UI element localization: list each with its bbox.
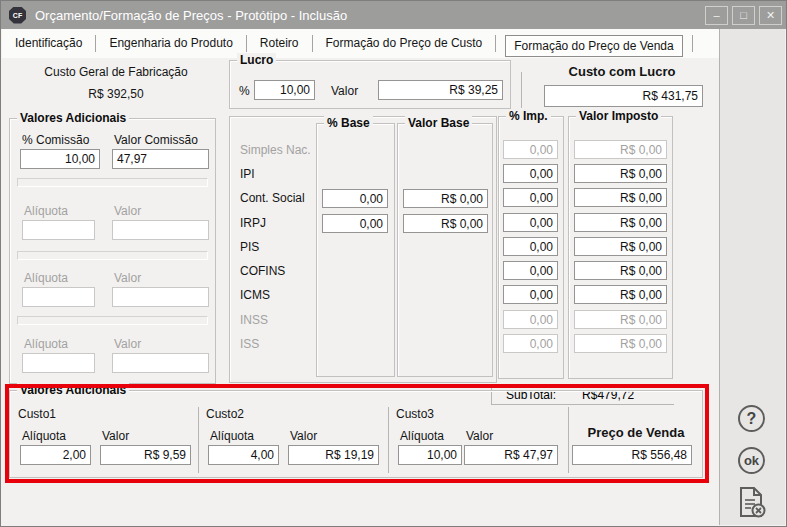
lucro-pct-input[interactable] (254, 80, 315, 100)
pis-pct-imp-input[interactable] (503, 237, 558, 256)
pct-base-caption: % Base (324, 116, 373, 130)
minimize-button[interactable]: – (705, 6, 728, 25)
cont-social-valor-base-input[interactable] (403, 189, 488, 208)
tax-row-label: ISS (240, 337, 259, 351)
aliquota-input-2[interactable] (22, 287, 95, 307)
inss-valor-imposto-input[interactable] (574, 310, 667, 329)
custo-geral-label: Custo Geral de Fabricação (11, 65, 221, 79)
custo2-valor-input[interactable] (288, 445, 379, 465)
app-icon: CF (9, 7, 26, 24)
tax-row-label: IPI (240, 167, 255, 181)
impostos-groupbox: Simples Nac. IPI Cont. Social IRPJ PIS C… (229, 116, 497, 383)
separator-strip (17, 251, 208, 260)
tab-engenharia-do-produto[interactable]: Engenharia do Produto (96, 35, 246, 52)
pct-imp-caption: % Imp. (506, 109, 551, 123)
help-button[interactable]: ? (738, 405, 765, 432)
tax-row-label: ICMS (240, 288, 270, 302)
custo1-aliquota-input[interactable] (20, 445, 91, 465)
iss-valor-imposto-input[interactable] (574, 334, 667, 353)
valor-base-groupbox: Valor Base (397, 123, 493, 377)
ipi-pct-imp-input[interactable] (503, 164, 558, 183)
dialog-window: CF Orçamento/Formação de Preços - Protót… (0, 0, 787, 527)
custo1-valor-label: Valor (102, 429, 129, 443)
custo1-aliquota-label: Alíquota (22, 429, 66, 443)
ipi-valor-imposto-input[interactable] (574, 164, 667, 183)
valores-adicionais-groupbox: Valores Adicionais % Comissão Valor Comi… (9, 118, 216, 384)
separator-strip (17, 178, 208, 187)
valor-imposto-groupbox: Valor Imposto (568, 116, 673, 379)
cont-social-pct-imp-input[interactable] (503, 188, 558, 207)
valor-input-2[interactable] (112, 287, 209, 307)
cofins-valor-imposto-input[interactable] (574, 261, 667, 280)
custo-com-lucro-input[interactable] (544, 85, 703, 107)
custo3-valor-input[interactable] (464, 445, 558, 465)
custo3-aliquota-label: Alíquota (400, 429, 444, 443)
simples-valor-imposto-input[interactable] (574, 140, 667, 159)
custos-caption: Valores Adicionais (17, 383, 129, 397)
aliquota-label-1: Alíquota (24, 204, 68, 218)
cont-social-pct-base-input[interactable] (322, 189, 388, 208)
valor-base-caption: Valor Base (405, 116, 472, 130)
custo1-valor-input[interactable] (100, 445, 191, 465)
aliquota-input-3[interactable] (22, 353, 95, 373)
lucro-pct-label: % (239, 84, 250, 98)
custo-geral-value: R$ 392,50 (11, 87, 221, 101)
comissao-pct-label: % Comissão (22, 133, 89, 147)
valor-input-1[interactable] (112, 220, 209, 240)
irpj-valor-imposto-input[interactable] (574, 213, 667, 232)
cofins-pct-imp-input[interactable] (503, 261, 558, 280)
separator-strip (17, 316, 208, 325)
pct-base-groupbox: % Base (316, 123, 395, 377)
active-tab-label: Formação do Preço de Venda (505, 35, 682, 57)
tax-row-label: INSS (240, 313, 268, 327)
valor-label-3: Valor (114, 337, 141, 351)
tab-formacao-preco-custo[interactable]: Formação do Preço de Custo (313, 35, 497, 52)
irpj-pct-base-input[interactable] (322, 214, 388, 233)
valores-adicionais-custos-groupbox: Valores Adicionais Custo1 Alíquota Valor… (9, 390, 703, 478)
lucro-valor-input[interactable] (378, 80, 503, 100)
aliquota-label-3: Alíquota (24, 337, 68, 351)
pis-valor-imposto-input[interactable] (574, 237, 667, 256)
irpj-valor-base-input[interactable] (403, 214, 488, 233)
preco-venda-input[interactable] (572, 445, 692, 465)
comissao-valor-input[interactable] (112, 149, 209, 169)
window-controls: – □ ✕ (705, 6, 786, 25)
tab-roteiro[interactable]: Roteiro (247, 35, 313, 52)
lucro-groupbox: Lucro % Valor (229, 60, 511, 109)
comissao-valor-label: Valor Comissão (114, 133, 198, 147)
tab-bar: Identificação Engenharia do Produto Rote… (2, 29, 721, 58)
iss-pct-imp-input[interactable] (503, 334, 558, 353)
title-bar: CF Orçamento/Formação de Preços - Protót… (1, 1, 786, 29)
pct-imp-groupbox: % Imp. (498, 116, 564, 379)
tab-identificacao[interactable]: Identificação (2, 35, 96, 52)
tax-row-label: COFINS (240, 264, 285, 278)
custos-divider (198, 407, 199, 473)
irpj-pct-imp-input[interactable] (503, 213, 558, 232)
comissao-pct-input[interactable] (20, 149, 100, 169)
custo2-valor-label: Valor (290, 429, 317, 443)
custo-com-lucro-label: Custo com Lucro (541, 64, 703, 79)
window-title: Orçamento/Formação de Preços - Protótipo… (35, 8, 347, 23)
custo2-aliquota-label: Alíquota (210, 429, 254, 443)
cont-social-valor-imposto-input[interactable] (574, 188, 667, 207)
tab-formacao-preco-venda[interactable]: Formação do Preço de Venda (496, 35, 692, 52)
icms-valor-imposto-input[interactable] (574, 285, 667, 304)
aliquota-input-1[interactable] (22, 220, 95, 240)
simples-pct-imp-input[interactable] (503, 140, 558, 159)
custo3-aliquota-input[interactable] (398, 445, 462, 465)
top-divider (521, 72, 522, 108)
custo2-aliquota-input[interactable] (208, 445, 279, 465)
custos-divider (388, 407, 389, 473)
custos-divider (568, 407, 569, 473)
tax-row-label: Simples Nac. (240, 143, 311, 157)
close-button[interactable]: ✕ (759, 6, 782, 25)
maximize-button[interactable]: □ (732, 6, 755, 25)
tax-row-label: Cont. Social (240, 191, 305, 205)
icms-pct-imp-input[interactable] (503, 285, 558, 304)
inss-pct-imp-input[interactable] (503, 310, 558, 329)
cancel-document-button[interactable] (737, 486, 767, 522)
valor-label-1: Valor (114, 204, 141, 218)
custo2-caption: Custo2 (206, 407, 244, 421)
ok-button[interactable]: ok (738, 447, 765, 474)
valor-input-3[interactable] (112, 353, 209, 373)
